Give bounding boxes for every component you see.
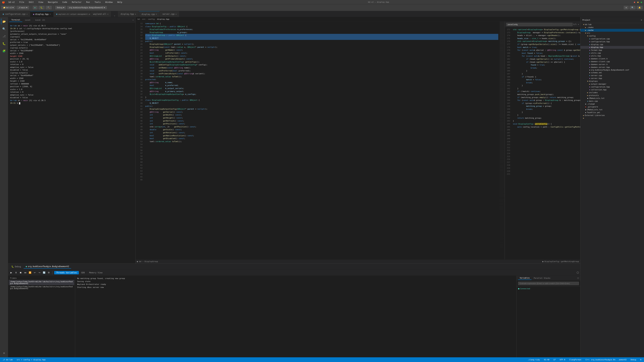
tree-item-gitignore[interactable]: ▪ .gitignore (580, 105, 644, 108)
tree-item-main-cpp[interactable]: ▪ main.cpp (580, 100, 644, 103)
tree-item-includes[interactable]: ▶ includes (580, 91, 644, 94)
debug-resume-btn[interactable]: ▶ (10, 271, 13, 275)
tab-wayland-all[interactable]: wayland-all × (90, 11, 111, 17)
menu-app[interactable]: bd-v2 (8, 1, 16, 4)
build-button[interactable]: 🔨 (46, 6, 52, 9)
memory-view-tab[interactable]: Memory View (87, 271, 104, 274)
tree-item-daemon-server-h[interactable]: ▪ daemon-server.h (580, 63, 644, 66)
tab-display-hpp-2[interactable]: display.hpp × (118, 11, 139, 17)
debug-step-over-btn[interactable]: ⏭ (24, 271, 27, 275)
menu-run[interactable]: Run (85, 1, 91, 4)
tab-close-6[interactable]: × (176, 13, 176, 15)
tree-item-schema[interactable]: ▪ schema.xml (580, 71, 644, 74)
activity-git[interactable]: ⎇ (1, 33, 7, 39)
statusbar-debug-count[interactable]: 0 (640, 359, 642, 361)
right-code-content[interactable]: std::optional<DisplayGroup> DisplayConfi… (512, 27, 580, 259)
tree-item-display-hpp[interactable]: ▪ display.hpp (580, 46, 644, 49)
daemon-selector[interactable]: org.buddiesofbudgie.BudgieDaemonV2 ▼ (67, 6, 107, 9)
statusbar-cpp-config[interactable]: C++: org.buddiesofbudgie.Bv...aemonV2 (585, 359, 627, 361)
statusbar-encoding[interactable]: UTF-8 (559, 359, 566, 361)
tree-item-output-manager[interactable]: ▶ output-manager (580, 83, 644, 85)
tab-close-3[interactable]: × (107, 13, 108, 15)
tree-item-utils-hpp[interactable]: ▪ utils.hpp (580, 54, 644, 57)
statusbar-debug-mode[interactable]: Debug (630, 359, 637, 361)
tab-display-cpp[interactable]: display.cpp × (139, 11, 160, 17)
menu-help[interactable]: Help (116, 1, 123, 4)
tree-item-display-cpp[interactable]: ▪ display.cpp (580, 43, 644, 46)
close-btn[interactable]: ● (634, 1, 635, 3)
debug-step-into-btn[interactable]: ⏬ (28, 271, 32, 275)
config-selector[interactable]: Debug ▼ (55, 6, 66, 9)
debug-tab-daemon[interactable]: ● org.buddiesofbudgie.BudgieDaemonV2 (24, 265, 71, 269)
tab-close-5[interactable]: × (156, 13, 157, 15)
menu-code[interactable]: Code (62, 1, 68, 4)
notifications-button[interactable]: 🔔 (636, 6, 643, 9)
menu-view[interactable]: View (38, 1, 44, 4)
menu-tools[interactable]: Tools (94, 1, 102, 4)
tree-item-src[interactable]: ▼ src (580, 32, 644, 34)
gdb-tab[interactable]: GDB (79, 271, 87, 274)
evaluate-input[interactable] (518, 282, 579, 285)
debug-settings-btn[interactable]: ⚙ (47, 271, 51, 275)
terminal-tab-local2[interactable]: Local (2) (33, 18, 47, 22)
branch-selector[interactable]: ⎇ main ▼ (16, 6, 29, 9)
tree-item-configuration-hpp[interactable]: ▪ configuration.hpp (580, 40, 644, 43)
tree-item-collection-hpp[interactable]: ▪ collection.hpp (580, 88, 644, 91)
tab-display-hpp[interactable]: ● display.hpp × (30, 11, 54, 17)
debug-tab-debug[interactable]: 🐛 Debug (10, 265, 23, 269)
code-content-left[interactable]: namespace bd { class DisplayConfig : pub… (144, 21, 500, 259)
tree-item-format-hpp[interactable]: ▪ format.hpp (580, 49, 644, 52)
tree-item-daemon-client-h[interactable]: ▪ daemon-client.h (580, 57, 644, 60)
debug-rerun-btn[interactable]: 🔄 (42, 271, 46, 275)
tree-item-taskfile[interactable]: ▪ TaskFile.yml (580, 111, 644, 114)
right-search-input[interactable] (506, 23, 572, 26)
tree-item-displays[interactable]: ▼ displays (580, 80, 644, 83)
threads-variables-tab[interactable]: Threads Variables (54, 271, 79, 274)
tree-item-configuration-hpp-2[interactable]: ▪ configuration.hpp (580, 85, 644, 88)
activity-search[interactable]: 🔍 (1, 26, 7, 32)
variables-expand-btn[interactable]: ⬡ (577, 277, 579, 279)
project-selector[interactable]: 📁 bd-v2 ▼ (1, 6, 16, 9)
debug-run-to-cursor-btn[interactable]: ↪ (38, 271, 41, 275)
tree-item-server-cpp[interactable]: ▪ server.cpp (580, 74, 644, 77)
statusbar-path[interactable]: src > config > display.hpp (16, 359, 46, 361)
tab-wayland-cpp[interactable]: ● wayland-xtr-output-management-unstable… (54, 11, 90, 17)
debug-button[interactable]: 🐛 (38, 6, 44, 9)
tab-close-4[interactable]: × (135, 13, 136, 15)
tree-item-scratches[interactable]: ▶ (580, 117, 644, 119)
tree-item-config[interactable]: ▼ config (580, 34, 644, 37)
tab-configuration-cpp[interactable]: ● configuration.cpp × (0, 11, 30, 17)
more-tabs-btn[interactable]: ⋯ (111, 15, 118, 17)
menu-window[interactable]: Window (104, 1, 114, 4)
apple-menu[interactable]: 🍎 (2, 1, 5, 3)
tree-root[interactable]: ▼ bd-lab (580, 23, 644, 26)
activity-explorer[interactable]: 📂 (1, 18, 7, 24)
tree-item-cmake-folder[interactable]: ▶ .cmake (580, 26, 644, 29)
tree-item-protocols[interactable]: ▶ protocols (580, 94, 644, 97)
terminal-tab-local[interactable]: Local (23, 18, 32, 22)
tab-close-0[interactable]: × (26, 13, 28, 15)
parallel-stacks-tab[interactable]: Parallel Stacks (532, 277, 552, 280)
tree-item-cmakelists[interactable]: ▪ CMakeLists.txt (580, 97, 644, 100)
tree-item-daemon-client-cpp[interactable]: ▪ daemon-client.cpp (580, 60, 644, 63)
tab-server-cpp[interactable]: server.cpp × (160, 11, 179, 17)
project-options-btn[interactable]: ⚙ (641, 19, 642, 21)
tree-item-server-hpp[interactable]: ▪ server.hpp (580, 77, 644, 80)
statusbar-line-endings[interactable]: LF (553, 359, 556, 361)
variables-tab[interactable]: Variables (518, 276, 532, 280)
statusbar-project[interactable]: ⎇ bd-lab (2, 359, 13, 361)
activity-settings[interactable]: ⚙ (1, 350, 7, 356)
search-button[interactable]: 🔍 (630, 6, 636, 9)
statusbar-clang-tidy[interactable]: .clang-tidy (527, 359, 540, 361)
debug-step-out-btn[interactable]: ↩ (33, 271, 36, 275)
run-button[interactable]: ▶ (33, 6, 38, 9)
activity-debug[interactable]: 🐛 (1, 40, 7, 46)
tree-item-configuration-cpp[interactable]: ▪ configuration.cpp (580, 37, 644, 40)
menu-edit[interactable]: Edit (28, 1, 35, 4)
debug-expand-btn[interactable]: ⬡ (576, 271, 579, 274)
debug-pause-btn[interactable]: ⏸ (14, 271, 18, 275)
terminal-add-btn[interactable]: ＋ (132, 19, 134, 21)
terminal-tab-terminal[interactable]: Terminal (10, 18, 22, 22)
search-close-btn[interactable]: × (578, 23, 579, 25)
debug-stop-btn[interactable]: ⏹ (19, 271, 22, 275)
